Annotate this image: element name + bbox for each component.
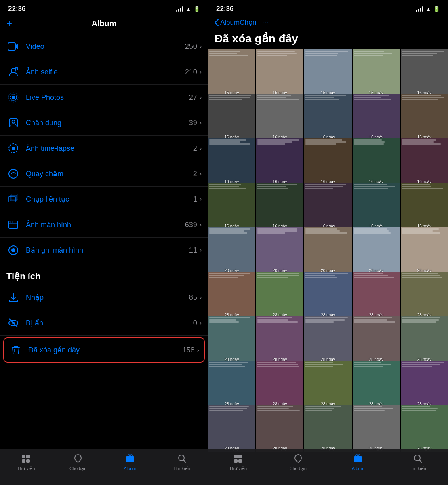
photo-cell[interactable]: 16 ngày <box>401 183 448 230</box>
svg-point-16 <box>12 222 13 223</box>
photo-cell[interactable]: 16 ngày <box>353 183 400 230</box>
album-count-live: 27 <box>189 93 197 102</box>
photo-cell[interactable]: 28 ngày <box>401 405 448 452</box>
photo-cell[interactable]: 16 ngày <box>208 183 255 230</box>
album-item-screenshot[interactable]: Ảnh màn hình 639 › <box>0 212 208 238</box>
right-tab-album[interactable]: Album <box>328 453 388 471</box>
photo-cell[interactable]: 15 ngày <box>304 49 351 97</box>
photo-cell[interactable]: 28 ngày <box>304 361 351 408</box>
album-item-live[interactable]: Live Photos 27 › <box>0 85 208 110</box>
right-tab-for-you[interactable]: Cho bạn <box>268 453 328 471</box>
album-item-selfie[interactable]: Ảnh selfie 210 › <box>0 59 208 85</box>
photo-cell[interactable]: 16 ngày <box>401 138 448 186</box>
video-icon <box>6 40 20 53</box>
photo-cell[interactable]: 16 ngày <box>401 49 448 97</box>
photo-cell[interactable]: 16 ngày <box>256 138 303 186</box>
chevron-video: › <box>200 43 202 50</box>
left-status-icons: ▲ 🔋 <box>176 6 200 12</box>
photo-cell[interactable]: 28 ngày <box>401 316 448 363</box>
album-item-portrait[interactable]: Chân dung 39 › <box>0 110 208 136</box>
album-item-burst[interactable]: Chụp liên tục 1 › <box>0 187 208 212</box>
photo-cell[interactable]: 28 ngày <box>304 316 351 363</box>
album-count-hidden: 0 <box>193 319 197 327</box>
album-item-hidden[interactable]: Bị ẩn 0 › <box>0 310 208 336</box>
back-button[interactable]: Album <box>215 19 240 27</box>
photo-cell[interactable]: 28 ngày <box>401 361 448 408</box>
album-name-slowmo: Quay chậm <box>26 169 193 178</box>
photo-cell[interactable]: 26 ngày <box>401 227 448 274</box>
album-name-screenshot: Ảnh màn hình <box>26 220 185 229</box>
album-count-import: 85 <box>189 293 197 302</box>
right-tab-album-label: Album <box>352 466 364 471</box>
photo-cell[interactable]: 28 ngày <box>256 405 303 452</box>
tab-library[interactable]: Thư viện <box>0 453 52 471</box>
album-name-burst: Chụp liên tục <box>26 195 193 204</box>
photo-cell[interactable]: 16 ngày <box>304 138 351 186</box>
photo-cell[interactable]: 28 ngày <box>304 272 351 319</box>
album-count-screenrecord: 11 <box>189 246 197 255</box>
chevron-screenrecord: › <box>200 247 202 254</box>
photo-cell[interactable]: 28 ngày <box>256 361 303 408</box>
svg-point-9 <box>12 147 15 150</box>
wifi-icon: ▲ <box>186 6 191 12</box>
photo-cell[interactable]: 28 ngày <box>353 405 400 452</box>
photo-cell[interactable]: 16 ngày <box>304 183 351 230</box>
photo-cell[interactable]: 28 ngày <box>208 272 255 319</box>
album-item-video[interactable]: Video 250 › <box>0 34 208 59</box>
album-item-screenrecord[interactable]: Bản ghi màn hình 11 › <box>0 238 208 263</box>
left-tab-bar: Thư viện Cho bạn Album <box>0 449 208 485</box>
svg-rect-26 <box>22 459 25 463</box>
album-item-deleted[interactable]: Đã xóa gần đây 158 › <box>3 337 205 363</box>
page-title: Đã xóa gần đây <box>208 30 448 49</box>
album-item-import[interactable]: Nhập 85 › <box>0 285 208 310</box>
album-name-timelapse: Ảnh time-lapse <box>26 144 193 153</box>
photo-cell[interactable]: 28 ngày <box>256 272 303 319</box>
photo-cell[interactable]: 28 ngày <box>304 405 351 452</box>
photo-cell[interactable]: 28 ngày <box>208 361 255 408</box>
album-item-timelapse[interactable]: Ảnh time-lapse 2 › <box>0 136 208 161</box>
album-count-slowmo: 2 <box>193 170 197 178</box>
photo-cell[interactable]: 16 ngày <box>256 183 303 230</box>
tab-for-you[interactable]: Cho bạn <box>52 453 104 471</box>
photo-cell[interactable]: 15 ngày <box>353 49 400 97</box>
photo-cell[interactable]: 28 ngày <box>256 316 303 363</box>
photo-cell[interactable]: 20 ngày <box>256 227 303 274</box>
album-count-burst: 1 <box>193 195 197 204</box>
photo-cell[interactable]: 28 ngày <box>353 361 400 408</box>
photo-cell[interactable]: 16 ngày <box>208 94 255 141</box>
tab-search[interactable]: Tìm kiếm <box>156 453 208 471</box>
import-icon <box>6 291 20 304</box>
svg-point-1 <box>11 68 15 72</box>
photo-cell[interactable]: 28 ngày <box>353 272 400 319</box>
photo-cell[interactable]: 28 ngày <box>353 316 400 363</box>
photo-cell[interactable]: 16 ngày <box>208 138 255 186</box>
right-tab-search[interactable]: Tìm kiếm <box>388 453 448 471</box>
right-tab-bar: Thư viện Cho bạn Album <box>208 449 448 485</box>
more-button[interactable]: ··· <box>262 18 269 27</box>
right-search-tab-icon <box>412 453 424 464</box>
album-item-slowmo[interactable]: Quay chậm 2 › <box>0 161 208 187</box>
photo-cell[interactable]: 16 ngày <box>353 138 400 186</box>
svg-rect-25 <box>26 455 30 458</box>
album-list: Video 250 › Ảnh selfie 210 › <box>0 34 208 485</box>
photo-cell[interactable]: 20 ngày <box>304 227 351 274</box>
right-tab-library[interactable]: Thư viện <box>208 453 268 471</box>
photo-cell[interactable]: 16 ngày <box>353 94 400 141</box>
album-name-live: Live Photos <box>26 93 189 102</box>
photo-cell[interactable]: 15 ngày <box>208 49 255 97</box>
trash-icon <box>9 343 23 357</box>
add-album-button[interactable]: + <box>6 18 12 29</box>
photo-cell[interactable]: 16 ngày <box>304 94 351 141</box>
photo-cell[interactable]: 16 ngày <box>401 94 448 141</box>
photo-cell[interactable]: 28 ngày <box>208 405 255 452</box>
tab-album[interactable]: Album <box>104 453 156 471</box>
photo-cell[interactable]: 28 ngày <box>208 316 255 363</box>
photo-cell[interactable]: 26 ngày <box>353 227 400 274</box>
photo-cell[interactable]: 16 ngày <box>256 94 303 141</box>
photo-cell[interactable]: 15 ngày <box>256 49 303 97</box>
svg-point-15 <box>10 222 11 223</box>
choose-button[interactable]: Chọn <box>240 18 256 27</box>
photo-cell[interactable]: 28 ngày <box>401 272 448 319</box>
photo-cell[interactable]: 20 ngày <box>208 227 255 274</box>
svg-rect-34 <box>354 456 362 462</box>
